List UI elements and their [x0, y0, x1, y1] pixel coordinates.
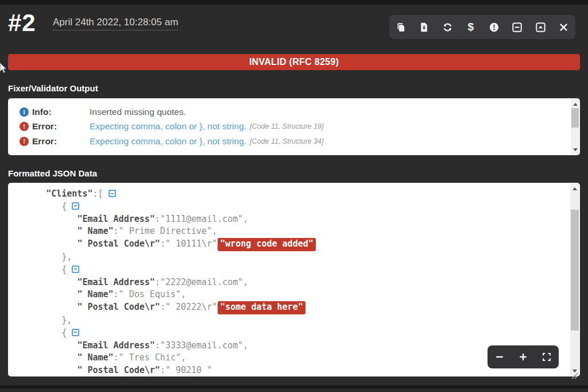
json-text: :"3333@email.com", [155, 340, 249, 351]
json-text: :" Tres Chic", [114, 352, 186, 363]
json-line: "Email Address":"1111@email.com", [15, 213, 580, 226]
json-text [15, 226, 77, 236]
json-text: }, [15, 315, 72, 325]
json-text [15, 214, 77, 224]
close-button[interactable] [553, 16, 575, 38]
json-text [15, 277, 77, 287]
validator-row-error: !Error:Expecting comma, colon or }, not … [20, 134, 566, 149]
json-text [15, 239, 77, 249]
entry-timestamp: April 24th 2022, 10:28:05 am [53, 17, 178, 30]
json-key: " Name" [77, 226, 113, 236]
validator-row-code-ref: [Code 11, Structure 34] [250, 137, 323, 145]
entry-toolbar: $ [389, 15, 575, 39]
json-text: :" Prime Directive", [114, 226, 218, 236]
json-text [15, 340, 77, 351]
copy-button[interactable] [390, 16, 412, 38]
json-text: :" 10111\r" [160, 239, 217, 249]
close-icon [559, 22, 568, 32]
json-text: :" 20222\r" [160, 302, 217, 312]
exclamation-circle-icon [489, 22, 499, 32]
json-scrollbar-thumb[interactable] [571, 210, 579, 330]
json-text: :[ [92, 189, 108, 199]
collapse-toggle-icon[interactable] [72, 329, 79, 336]
scroll-up-icon[interactable] [570, 185, 579, 193]
minus-square-button[interactable] [506, 16, 528, 38]
validator-row-code-ref: [Code 11, Structure 19] [250, 122, 323, 130]
zoom-out-button[interactable] [489, 347, 510, 367]
injected-data-highlight-badge: "wrong code added" [218, 238, 316, 251]
refresh-icon [443, 22, 452, 32]
validator-output-panel: iInfo:Inserted missing quotes.!Error:Exp… [8, 98, 580, 155]
json-line: { [15, 264, 580, 276]
dollar-icon: $ [467, 21, 474, 33]
json-line: "Clients":[ [15, 188, 580, 201]
json-scrollbar[interactable] [570, 183, 579, 376]
collapse-toggle-icon[interactable] [109, 190, 116, 197]
copy-icon [396, 22, 406, 32]
validation-status-banner: INVALID (RFC 8259) [8, 54, 580, 70]
zoom-in-button[interactable] [513, 347, 533, 367]
validator-scrollbar-thumb[interactable] [571, 108, 579, 128]
validator-row-error: !Error:Expecting comma, colon or }, not … [20, 120, 566, 134]
validator-row-message: Inserted missing quotes. [90, 107, 186, 117]
panel-resize-grip[interactable] [570, 371, 578, 382]
refresh-button[interactable] [436, 16, 458, 38]
json-text: }, [15, 252, 72, 262]
save-file-button[interactable] [413, 16, 435, 38]
scroll-up-icon[interactable] [571, 100, 579, 108]
json-key: "Clients" [46, 189, 92, 199]
json-text: :" 90210 " [160, 365, 212, 375]
json-key: " Name" [77, 289, 113, 299]
caret-up-square-icon [536, 22, 546, 32]
json-section-title: Formatted JSON Data [8, 168, 97, 178]
json-line: " Postal Code\r":" 10111\r""wrong code a… [15, 238, 580, 251]
collapse-toggle-icon[interactable] [72, 266, 79, 273]
dollar-button[interactable]: $ [460, 16, 482, 38]
fullscreen-button[interactable] [536, 347, 557, 367]
json-text [15, 302, 77, 312]
minus-square-icon [512, 22, 522, 32]
save-file-icon [419, 22, 429, 32]
json-line: "Email Address":"2222@email.com", [15, 276, 580, 289]
caret-up-square-button[interactable] [529, 16, 551, 38]
exclamation-circle-button[interactable] [483, 16, 505, 38]
validator-row-message: Expecting comma, colon or }, not string. [90, 121, 246, 132]
validator-scrollbar[interactable] [571, 99, 579, 155]
json-line: }, [15, 251, 580, 264]
json-key: " Postal Code\r" [77, 302, 160, 312]
error-circle-icon: ! [20, 137, 29, 146]
json-text: { [15, 201, 72, 212]
info-circle-icon: i [20, 107, 29, 117]
validator-row-label: Error: [32, 121, 90, 132]
json-line: " Postal Code\r":" 20222\r""some data he… [15, 301, 580, 314]
json-text: :"2222@email.com", [155, 277, 249, 287]
zoom-in-icon [519, 352, 528, 362]
injected-data-highlight-badge: "some data here" [218, 301, 305, 314]
json-text: { [15, 328, 72, 338]
validator-row-info: iInfo:Inserted missing quotes. [20, 105, 566, 120]
entry-id: #2 [8, 9, 36, 37]
json-line: { [15, 327, 580, 340]
error-circle-icon: ! [20, 122, 29, 131]
json-text [15, 189, 46, 199]
json-zoom-controls [488, 345, 559, 368]
json-text: :" Dos Equis", [114, 289, 186, 299]
collapse-toggle-icon[interactable] [72, 202, 79, 210]
json-key: "Email Address" [77, 277, 154, 287]
scroll-down-icon[interactable] [571, 145, 579, 153]
json-text: :"1111@email.com", [155, 214, 249, 224]
json-line: " Name":" Dos Equis", [15, 289, 580, 301]
validator-row-message: Expecting comma, colon or }, not string. [90, 136, 246, 147]
json-key: "Email Address" [77, 214, 154, 224]
json-key: "Email Address" [77, 340, 154, 351]
json-text: { [15, 264, 72, 275]
json-line: { [15, 201, 580, 213]
validator-section-title: Fixer/Validator Output [8, 83, 98, 93]
next-entry-card-edge [0, 389, 588, 392]
fullscreen-icon [542, 352, 551, 362]
json-line: }, [15, 314, 580, 327]
json-key: " Postal Code\r" [77, 365, 160, 375]
validator-row-label: Info: [32, 107, 90, 117]
validator-row-label: Error: [32, 136, 90, 147]
json-line: " Name":" Prime Directive", [15, 225, 580, 238]
